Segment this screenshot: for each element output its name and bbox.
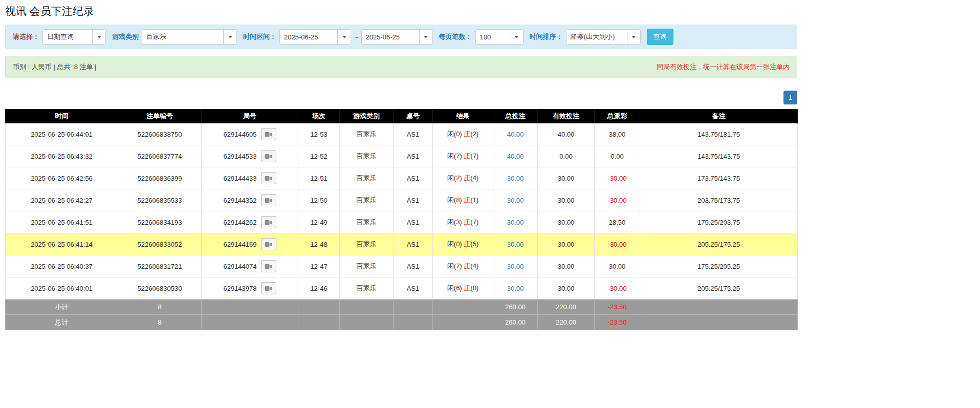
cell-payout: 38.00	[595, 123, 640, 145]
summary-count: 8	[118, 315, 202, 330]
page-size-input[interactable]	[476, 30, 510, 44]
column-header: 场次	[298, 110, 340, 123]
summary-valid-bet: 220.00	[538, 299, 595, 315]
time-range-label: 时间区间：	[243, 32, 276, 41]
column-header: 备注	[640, 110, 798, 123]
date-from-input[interactable]	[280, 30, 337, 44]
sort-dropdown-button[interactable]	[627, 30, 640, 44]
round-video-button[interactable]	[261, 238, 276, 250]
result-player-score: (2)	[454, 174, 464, 182]
total-bet-link[interactable]: 30.00	[507, 219, 524, 226]
cell-result: 闲(8) 庄(1)	[433, 189, 493, 211]
total-bet-link[interactable]: 30.00	[507, 241, 524, 248]
cell-game-type: 百家乐	[340, 189, 394, 211]
date-from-dropdown-button[interactable]	[337, 30, 351, 44]
page-size-label: 每页笔数：	[439, 32, 472, 41]
summary-row: 总计8260.00220.00-23.50	[6, 315, 798, 330]
cell-result: 闲(3) 庄(7)	[433, 211, 493, 233]
total-bet-link[interactable]: 40.00	[507, 131, 524, 138]
column-header: 有效投注	[538, 110, 595, 123]
select-type-dropdown-button[interactable]	[92, 30, 105, 44]
cell-session: 12-49	[298, 211, 340, 233]
round-video-button[interactable]	[261, 150, 276, 162]
column-header: 总投注	[493, 110, 538, 123]
sort-combo	[566, 29, 641, 45]
cell-time: 2025-06-25 06:40:37	[6, 255, 118, 277]
cell-valid-bet: 30.00	[538, 211, 595, 233]
total-bet-link[interactable]: 30.00	[507, 197, 524, 204]
summary-empty-cell	[340, 315, 394, 330]
result-player-label: 闲	[447, 240, 454, 248]
summary-empty-cell	[394, 315, 433, 330]
round-id-text: 629144169	[223, 241, 256, 248]
cell-result: 闲(0) 庄(5)	[433, 233, 493, 255]
cell-note: 175.25/203.75	[640, 211, 798, 233]
cell-game-type: 百家乐	[340, 233, 394, 255]
game-type-dropdown-button[interactable]	[223, 30, 236, 44]
select-type-input[interactable]	[43, 30, 92, 44]
result-banker-score: (7)	[470, 218, 478, 226]
cell-payout: -30.00	[595, 233, 640, 255]
search-button[interactable]: 查询	[647, 29, 673, 45]
cell-round-id: 629144433	[202, 167, 298, 189]
cell-bet-id: 522606831721	[118, 255, 202, 277]
cell-time: 2025-06-25 06:43:32	[6, 145, 118, 167]
cell-game-type: 百家乐	[340, 255, 394, 277]
cell-note: 205.25/175.25	[640, 277, 798, 299]
table-row: 2025-06-25 06:42:56522606836399629144433…	[6, 167, 798, 189]
date-to-dropdown-button[interactable]	[419, 30, 432, 44]
game-type-input[interactable]	[142, 30, 223, 44]
cell-total-bet: 30.00	[493, 211, 538, 233]
round-video-button[interactable]	[261, 172, 276, 184]
cell-valid-bet: 30.00	[538, 255, 595, 277]
pagination-page-1-button[interactable]: 1	[783, 91, 797, 104]
date-to-input[interactable]	[362, 30, 419, 44]
summary-empty-cell	[340, 299, 394, 315]
summary-total-bet: 260.00	[493, 315, 538, 330]
date-from-combo	[279, 29, 351, 45]
result-banker-score: (7)	[470, 152, 478, 160]
round-video-button[interactable]	[261, 260, 276, 272]
result-banker-label: 庄	[464, 196, 470, 204]
round-video-button[interactable]	[261, 282, 276, 294]
table-row: 2025-06-25 06:44:01522606838750629144605…	[6, 123, 798, 145]
result-banker-label: 庄	[464, 240, 470, 248]
cell-total-bet: 40.00	[493, 123, 538, 145]
total-bet-link[interactable]: 30.00	[507, 285, 524, 292]
page-size-dropdown-button[interactable]	[510, 30, 523, 44]
summary-empty-cell	[394, 299, 433, 315]
cell-table-no: AS1	[394, 123, 433, 145]
cell-session: 12-50	[298, 189, 340, 211]
round-video-button[interactable]	[261, 128, 276, 140]
cell-table-no: AS1	[394, 189, 433, 211]
summary-empty-cell	[202, 315, 298, 330]
caret-down-icon	[631, 36, 636, 38]
table-row: 2025-06-25 06:42:27522606835533629144352…	[6, 189, 798, 211]
cell-bet-id: 522606838750	[118, 123, 202, 145]
result-player-label: 闲	[447, 284, 454, 292]
total-bet-link[interactable]: 40.00	[507, 153, 524, 160]
round-video-button[interactable]	[261, 194, 276, 206]
cell-bet-id: 522606835533	[118, 189, 202, 211]
result-player-score: (7)	[454, 152, 464, 160]
caret-down-icon	[424, 36, 428, 38]
cell-time: 2025-06-25 06:41:14	[6, 233, 118, 255]
total-bet-link[interactable]: 30.00	[507, 175, 524, 182]
round-id-text: 629144433	[223, 175, 256, 182]
cell-result: 闲(2) 庄(4)	[433, 167, 493, 189]
sort-input[interactable]	[567, 30, 627, 44]
round-id-text: 629144262	[223, 219, 256, 226]
table-row: 2025-06-25 06:41:51522606834193629144262…	[6, 211, 798, 233]
video-icon	[265, 176, 272, 181]
result-banker-label: 庄	[464, 218, 470, 226]
result-banker-label: 庄	[464, 284, 470, 292]
game-type-combo	[142, 29, 237, 45]
cell-result: 闲(6) 庄(0)	[433, 277, 493, 299]
cell-total-bet: 30.00	[493, 167, 538, 189]
round-video-button[interactable]	[261, 216, 276, 228]
total-bet-link[interactable]: 30.00	[507, 263, 524, 270]
cell-session: 12-46	[298, 277, 340, 299]
cell-note: 173.75/143.75	[640, 167, 798, 189]
cell-valid-bet: 30.00	[538, 189, 595, 211]
result-banker-label: 庄	[464, 130, 470, 138]
